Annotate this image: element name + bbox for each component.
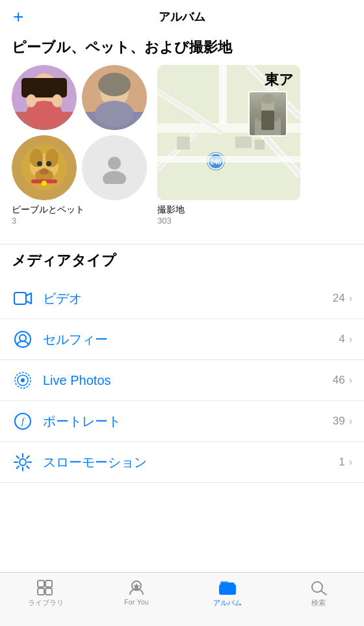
svg-point-21 (37, 161, 42, 166)
svg-point-27 (103, 171, 126, 184)
selfie-count: 4 (339, 333, 344, 346)
media-item-live-photos[interactable]: Live Photos 46 › (0, 360, 364, 401)
slow-motion-chevron: › (349, 456, 352, 468)
svg-rect-71 (46, 588, 52, 595)
portrait-count: 39 (333, 415, 345, 428)
tab-albums-label: アルバム (213, 598, 242, 608)
svg-point-56 (21, 378, 25, 382)
svg-point-53 (20, 335, 26, 341)
albums-icon (218, 579, 237, 596)
search-icon (309, 579, 328, 596)
media-item-slow-motion[interactable]: スローモーション 1 › (0, 442, 364, 483)
for-you-icon (127, 579, 146, 596)
svg-line-63 (17, 456, 20, 459)
library-icon (36, 579, 55, 596)
media-item-selfie[interactable]: セルフィー 4 › (0, 319, 364, 360)
people-pets-label[interactable]: ピーブルとペット 3 (12, 204, 147, 226)
selfie-chevron: › (349, 333, 352, 345)
svg-rect-45 (235, 137, 252, 148)
tab-search[interactable]: 検索 (292, 579, 344, 608)
tab-for-you[interactable]: For You (110, 579, 162, 606)
video-chevron: › (349, 293, 352, 304)
video-icon (12, 287, 34, 309)
header-title: アルバム (159, 9, 205, 25)
video-label: ビデオ (43, 290, 333, 307)
svg-rect-43 (157, 156, 300, 163)
tab-bar: ライブラリ For You アルバム (0, 572, 364, 626)
svg-text:f: f (21, 417, 25, 426)
avatar-girl[interactable] (12, 65, 77, 130)
svg-rect-70 (38, 588, 44, 595)
svg-rect-35 (219, 65, 227, 124)
svg-point-6 (26, 94, 36, 107)
places-card[interactable]: 246 東ア (157, 65, 352, 226)
portrait-chevron: › (349, 415, 352, 427)
svg-rect-75 (220, 581, 228, 584)
svg-rect-44 (177, 137, 190, 150)
slow-motion-count: 1 (339, 456, 344, 469)
svg-rect-51 (14, 293, 26, 304)
svg-rect-46 (255, 140, 265, 150)
live-photos-chevron: › (349, 374, 352, 386)
svg-rect-5 (21, 78, 67, 98)
svg-point-11 (98, 73, 131, 96)
live-photos-label: Live Photos (43, 373, 333, 388)
tab-search-label: 検索 (311, 598, 326, 608)
map-thumbnail (248, 91, 287, 137)
people-section: ピーブルとペット 3 (0, 65, 364, 239)
slow-motion-label: スローモーション (43, 454, 339, 471)
portrait-icon: f (12, 410, 34, 432)
svg-rect-74 (219, 584, 236, 595)
media-item-video[interactable]: ビデオ 24 › (0, 278, 364, 319)
add-button[interactable]: + (13, 8, 23, 26)
video-count: 24 (333, 292, 345, 305)
slow-motion-icon (12, 451, 34, 473)
media-item-portrait[interactable]: f ポートレート 39 › (0, 401, 364, 442)
selfie-icon (12, 328, 34, 350)
svg-point-13 (95, 101, 134, 127)
media-section: メディアタイプ ビデオ 24 › セルフィー 4 (0, 244, 364, 483)
svg-rect-68 (38, 580, 44, 587)
tab-albums[interactable]: アルバム (202, 579, 254, 608)
svg-line-65 (27, 456, 29, 459)
avatar-placeholder[interactable] (82, 135, 147, 200)
svg-line-77 (321, 591, 326, 595)
svg-point-67 (20, 459, 26, 465)
media-section-title: メディアタイプ (0, 244, 364, 278)
svg-rect-48 (257, 112, 278, 121)
selfie-label: セルフィー (43, 331, 339, 348)
svg-point-26 (108, 157, 121, 170)
avatar-dog[interactable] (12, 135, 77, 200)
svg-line-64 (27, 466, 29, 469)
map-container[interactable]: 246 東ア (157, 65, 300, 200)
places-label[interactable]: 撮影地 303 (157, 204, 352, 226)
tab-library[interactable]: ライブラリ (20, 579, 72, 608)
svg-point-7 (52, 94, 62, 107)
svg-point-22 (46, 161, 51, 166)
tab-library-label: ライブラリ (28, 598, 64, 608)
tab-for-you-label: For You (124, 598, 149, 606)
svg-point-25 (42, 181, 47, 186)
svg-point-50 (261, 94, 274, 104)
header: + アルバム (0, 0, 364, 31)
svg-line-66 (17, 466, 20, 469)
live-photos-icon (12, 369, 34, 391)
avatar-elder[interactable] (82, 65, 147, 130)
portrait-label: ポートレート (43, 413, 333, 430)
svg-rect-69 (46, 580, 52, 587)
live-photos-count: 46 (333, 374, 345, 387)
people-section-title: ピーブル、ペット、および撮影地 (0, 31, 364, 65)
svg-point-23 (40, 168, 49, 175)
map-location-label: 東ア (265, 70, 294, 90)
